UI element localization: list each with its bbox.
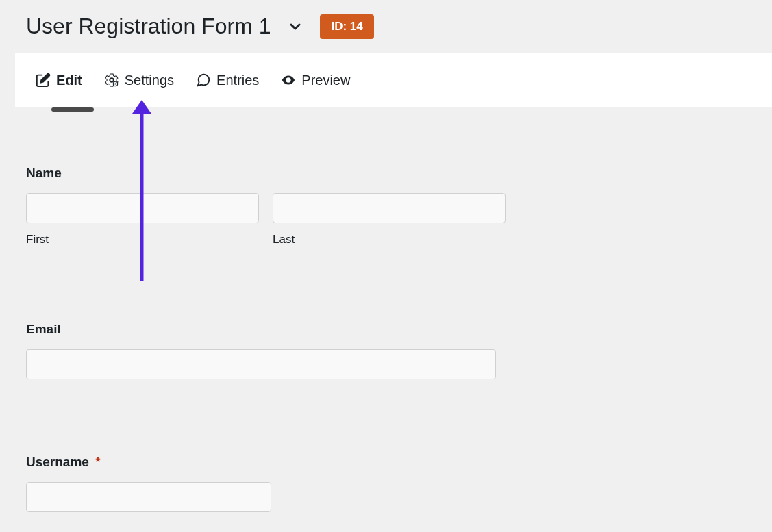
chevron-down-icon <box>287 18 303 35</box>
tab-edit[interactable]: Edit <box>36 55 82 106</box>
form-canvas: Name First Last Email Username * <box>0 107 772 532</box>
page-header: User Registration Form 1 ID: 14 <box>0 0 772 53</box>
form-id-badge: ID: 14 <box>320 14 373 39</box>
form-switcher-dropdown[interactable] <box>284 16 306 38</box>
username-label: Username * <box>26 455 746 470</box>
first-name-input[interactable] <box>26 193 259 223</box>
tab-entries[interactable]: Entries <box>196 55 259 106</box>
eye-icon <box>281 73 296 88</box>
username-label-text: Username <box>26 455 89 469</box>
field-username[interactable]: Username * <box>26 455 746 512</box>
speech-bubble-icon <box>196 73 211 88</box>
email-label: Email <box>26 322 746 337</box>
name-label: Name <box>26 166 746 181</box>
svg-point-2 <box>287 79 290 81</box>
username-input[interactable] <box>26 482 271 512</box>
gear-icon <box>104 73 119 88</box>
last-name-sublabel: Last <box>273 233 506 246</box>
tab-entries-label: Entries <box>216 73 259 88</box>
tab-settings[interactable]: Settings <box>104 55 174 106</box>
last-name-input[interactable] <box>273 193 506 223</box>
tab-preview[interactable]: Preview <box>281 55 350 106</box>
tab-preview-label: Preview <box>301 73 350 88</box>
required-indicator: * <box>95 455 100 469</box>
svg-point-1 <box>114 83 116 84</box>
edit-icon <box>36 73 51 88</box>
first-name-sublabel: First <box>26 233 259 246</box>
active-tab-indicator <box>51 107 94 112</box>
form-toolbar: Edit Settings Entries Preview <box>15 53 772 107</box>
tab-settings-label: Settings <box>125 73 174 88</box>
page-title: User Registration Form 1 <box>26 14 271 39</box>
tab-edit-label: Edit <box>56 73 82 88</box>
last-name-column: Last <box>273 193 506 246</box>
email-input[interactable] <box>26 349 496 379</box>
name-row: First Last <box>26 193 746 246</box>
field-name[interactable]: Name First Last <box>26 166 746 246</box>
field-email[interactable]: Email <box>26 322 746 379</box>
first-name-column: First <box>26 193 259 246</box>
